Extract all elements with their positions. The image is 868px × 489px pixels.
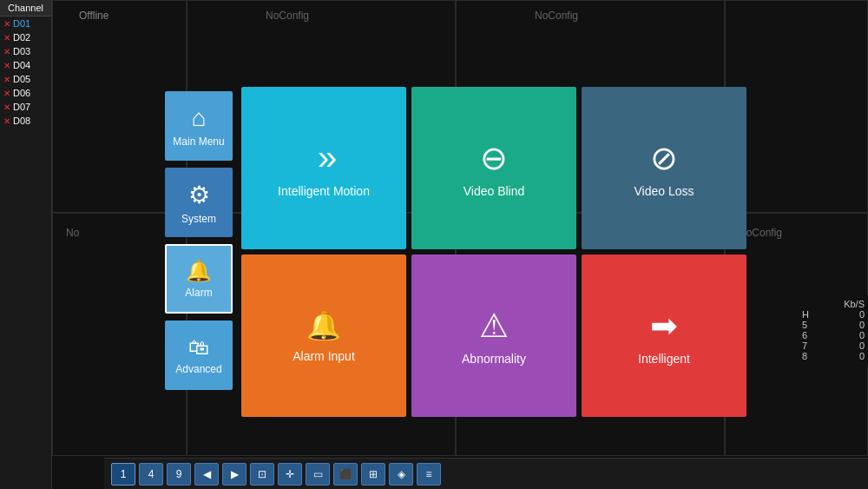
motion-arrows-icon: »	[318, 138, 330, 177]
abnormality-icon: ⚠	[479, 307, 509, 345]
alarm-input-label: Alarm Input	[293, 349, 355, 363]
channel-label: D02	[13, 32, 30, 43]
channel-item-d04[interactable]: ✕D04	[0, 58, 51, 72]
system-button[interactable]: ⚙ System	[165, 168, 233, 237]
advanced-button[interactable]: 🛍 Advanced	[165, 320, 233, 390]
advanced-label: Advanced	[175, 363, 221, 375]
main-area: Offline NoConfig NoConfig No NoConfig ⌂ …	[52, 0, 868, 489]
video-blind-label: Video Blind	[464, 184, 525, 198]
channel-item-d03[interactable]: ✕D03	[0, 44, 51, 58]
video-blind-icon: ⊖	[480, 139, 508, 177]
channel-item-d05[interactable]: ✕D05	[0, 72, 51, 86]
offline-label: Offline	[79, 10, 108, 22]
noconfig-label-2: NoConfig	[535, 10, 578, 22]
channel-label: D04	[13, 60, 30, 70]
intelligent-motion-button[interactable]: » Intelligent Motion	[241, 87, 406, 249]
intelligent-icon: ➡	[650, 307, 678, 345]
right-grid: » Intelligent Motion ⊖ Video Blind ⊘ Vid…	[241, 87, 746, 417]
prev-page-button[interactable]: ◀	[194, 463, 219, 486]
advanced-icon: 🛍	[188, 335, 209, 360]
noconfig-label-3: No	[66, 227, 79, 239]
channel-label: D03	[13, 46, 30, 56]
system-label: System	[181, 213, 216, 225]
alarm-button[interactable]: 🔔 Alarm	[165, 244, 233, 314]
capture-button[interactable]: ◈	[389, 463, 413, 486]
stats-row-6: 6 0	[802, 330, 865, 340]
stats-row-h: H 0	[802, 309, 865, 320]
x-mark-icon: ✕	[3, 33, 10, 43]
channel-item-d07[interactable]: ✕D07	[0, 100, 51, 114]
channel-label: D08	[13, 116, 30, 126]
record-button[interactable]: ▭	[306, 463, 330, 486]
x-mark-icon: ✕	[3, 61, 10, 70]
x-mark-icon: ✕	[3, 19, 10, 29]
video-loss-label: Video Loss	[634, 184, 694, 198]
home-icon: ⌂	[192, 104, 207, 132]
stats-header-row: Kb/S	[802, 299, 865, 309]
channel-label: D07	[13, 102, 30, 112]
mainmenu-button[interactable]: ⌂ Main Menu	[165, 91, 233, 161]
next-page-button[interactable]: ▶	[222, 463, 247, 486]
layout-4-button[interactable]: 4	[139, 463, 163, 486]
stats-row-7: 7 0	[802, 340, 865, 351]
channel-label: D06	[13, 88, 30, 98]
menu-button[interactable]: ≡	[417, 463, 441, 486]
network-button[interactable]: ⊞	[361, 463, 385, 486]
monitor-button[interactable]: ⬛	[333, 463, 358, 486]
noconfig-label-1: NoConfig	[266, 10, 309, 22]
video-loss-button[interactable]: ⊘ Video Loss	[582, 87, 746, 249]
stats-row-5: 5 0	[802, 320, 865, 330]
intelligent-button[interactable]: ➡ Intelligent	[582, 254, 746, 417]
x-mark-icon: ✕	[3, 116, 10, 126]
gear-icon: ⚙	[188, 181, 210, 209]
stats-col-value: Kb/S	[844, 299, 865, 309]
video-blind-button[interactable]: ⊖ Video Blind	[411, 87, 576, 249]
stats-panel: Kb/S H 0 5 0 6 0 7 0 8 0	[799, 295, 868, 365]
alarm-bell-icon: 🔔	[186, 259, 212, 283]
channel-label: D05	[13, 74, 30, 84]
left-menu: ⌂ Main Menu ⚙ System 🔔 Alarm 🛍 Advanced	[165, 87, 233, 417]
abnormality-label: Abnormality	[462, 352, 526, 366]
x-mark-icon: ✕	[3, 75, 10, 84]
alarm-input-icon: 🔔	[306, 309, 341, 342]
channel-list: ✕D01✕D02✕D03✕D04✕D05✕D06✕D07✕D08	[0, 17, 51, 128]
channel-item-d06[interactable]: ✕D06	[0, 86, 51, 100]
channel-item-d01[interactable]: ✕D01	[0, 17, 51, 30]
x-mark-icon: ✕	[3, 89, 10, 98]
channel-item-d02[interactable]: ✕D02	[0, 30, 51, 44]
alarm-input-button[interactable]: 🔔 Alarm Input	[241, 254, 406, 417]
menu-overlay: ⌂ Main Menu ⚙ System 🔔 Alarm 🛍 Advanced …	[165, 87, 746, 417]
x-mark-icon: ✕	[3, 102, 10, 112]
sidebar-header: Channel	[0, 0, 51, 17]
channel-label: D01	[13, 18, 30, 29]
intelligent-label: Intelligent	[638, 352, 690, 366]
abnormality-button[interactable]: ⚠ Abnormality	[411, 254, 576, 417]
video-loss-icon: ⊘	[650, 139, 678, 177]
channel-item-d08[interactable]: ✕D08	[0, 114, 51, 128]
toolbar: 1 4 9 ◀ ▶ ⊡ ✛ ▭ ⬛ ⊞ ◈ ≡	[104, 458, 868, 489]
mainmenu-label: Main Menu	[173, 135, 224, 148]
intelligent-motion-label: Intelligent Motion	[278, 184, 370, 198]
stats-row-8: 8 0	[802, 351, 865, 361]
ptz-button[interactable]: ✛	[278, 463, 302, 486]
x-mark-icon: ✕	[3, 47, 10, 56]
layout-1-button[interactable]: 1	[111, 463, 135, 486]
layout-9-button[interactable]: 9	[167, 463, 191, 486]
sidebar: Channel ✕D01✕D02✕D03✕D04✕D05✕D06✕D07✕D08	[0, 0, 52, 489]
fullscreen-button[interactable]: ⊡	[250, 463, 274, 486]
alarm-label: Alarm	[185, 287, 212, 299]
